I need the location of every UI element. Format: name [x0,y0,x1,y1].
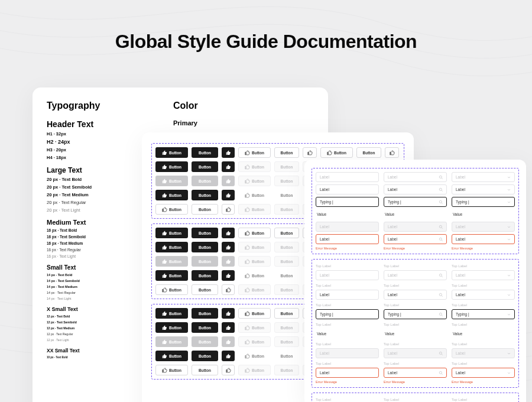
button-sample[interactable] [303,147,317,158]
button-sample[interactable]: Button [192,351,218,361]
button-sample[interactable]: Button [320,147,353,158]
button-sample[interactable]: Button [192,242,218,252]
button-sample[interactable]: Button [238,242,271,252]
input-field[interactable]: Label [316,234,379,244]
button-sample[interactable]: Button [274,242,299,252]
button-sample[interactable]: Button [192,284,218,295]
button-sample[interactable] [222,336,235,347]
input-field[interactable]: Label [452,222,515,232]
button-sample[interactable]: Button [192,365,218,375]
input-field[interactable]: Typing | [452,197,515,207]
input-field[interactable]: Value [384,329,447,339]
button-sample[interactable]: Button [155,308,188,319]
button-sample[interactable]: Button [274,322,299,333]
button-sample[interactable]: Button [274,365,299,375]
button-sample[interactable]: Button [155,161,188,172]
input-field[interactable]: Label [316,290,379,300]
button-sample[interactable]: Button [238,161,271,172]
button-sample[interactable]: Button [356,147,381,158]
input-field[interactable]: Label [384,348,447,358]
input-field[interactable]: Label [384,234,447,244]
input-field[interactable]: Value [316,329,379,339]
button-sample[interactable]: Button [155,228,188,238]
button-sample[interactable]: Button [274,308,299,319]
button-sample[interactable] [222,147,235,158]
input-field[interactable]: Label [452,270,515,280]
button-sample[interactable]: Button [238,336,271,347]
input-field[interactable]: Label [452,234,515,244]
input-field[interactable]: Label [316,270,379,280]
button-sample[interactable]: Button [192,147,218,158]
input-field[interactable]: Label [452,172,515,182]
input-field[interactable]: Label [452,368,515,378]
button-sample[interactable]: Button [274,228,299,238]
button-sample[interactable]: Button [238,322,271,333]
input-field[interactable]: Typing | [452,309,515,319]
button-sample[interactable]: Button [192,308,218,319]
button-sample[interactable]: Button [238,204,271,215]
input-field[interactable]: Label [316,172,379,182]
button-sample[interactable] [222,242,235,252]
button-sample[interactable]: Button [155,204,188,215]
button-sample[interactable]: Button [238,190,271,200]
button-sample[interactable] [222,256,235,267]
button-sample[interactable]: Button [238,147,271,158]
button-sample[interactable]: Button [192,336,218,347]
input-field[interactable]: Value [452,209,515,219]
button-sample[interactable] [222,228,235,238]
button-sample[interactable]: Button [238,228,271,238]
button-sample[interactable] [385,147,399,158]
button-sample[interactable]: Button [192,190,218,200]
button-sample[interactable]: Button [155,365,188,375]
button-sample[interactable]: Button [274,147,299,158]
input-field[interactable]: Label [384,368,447,378]
input-field[interactable]: Value [452,329,515,339]
button-sample[interactable]: Button [274,270,299,281]
input-field[interactable]: Label [384,184,447,194]
button-sample[interactable]: Button [155,190,188,200]
button-sample[interactable]: Button [274,336,299,347]
input-field[interactable]: Label [384,290,447,300]
button-sample[interactable] [222,365,235,375]
input-field[interactable]: Label [384,172,447,182]
input-field[interactable]: Value [384,209,447,219]
button-sample[interactable]: Button [274,351,299,361]
button-sample[interactable]: Button [155,351,188,361]
input-field[interactable]: Label [452,290,515,300]
input-field[interactable]: Typing | [384,197,447,207]
input-field[interactable]: Typing | [316,197,379,207]
input-field[interactable]: Label [384,270,447,280]
button-sample[interactable]: Button [155,336,188,347]
button-sample[interactable]: Button [155,270,188,281]
button-sample[interactable]: Button [155,284,188,295]
input-field[interactable]: Value [316,209,379,219]
button-sample[interactable]: Button [155,256,188,267]
button-sample[interactable] [222,190,235,200]
button-sample[interactable]: Button [155,147,188,158]
button-sample[interactable]: Button [192,270,218,281]
button-sample[interactable]: Button [274,256,299,267]
input-field[interactable]: Label [452,348,515,358]
button-sample[interactable]: Button [238,365,271,375]
button-sample[interactable] [222,204,235,215]
button-sample[interactable]: Button [238,256,271,267]
button-sample[interactable] [222,351,235,361]
button-sample[interactable] [222,161,235,172]
button-sample[interactable]: Button [238,351,271,361]
button-sample[interactable]: Button [238,284,271,295]
button-sample[interactable]: Button [192,322,218,333]
button-sample[interactable] [222,322,235,333]
button-sample[interactable]: Button [274,161,299,172]
button-sample[interactable] [222,176,235,186]
button-sample[interactable]: Button [274,284,299,295]
input-field[interactable]: Label [316,184,379,194]
button-sample[interactable]: Button [155,322,188,333]
button-sample[interactable]: Button [274,204,299,215]
button-sample[interactable]: Button [274,190,299,200]
button-sample[interactable]: Button [238,308,271,319]
button-sample[interactable]: Button [192,176,218,186]
input-field[interactable]: Typing | [316,309,379,319]
input-field[interactable]: Typing | [384,309,447,319]
button-sample[interactable]: Button [192,204,218,215]
input-field[interactable]: Label [452,184,515,194]
